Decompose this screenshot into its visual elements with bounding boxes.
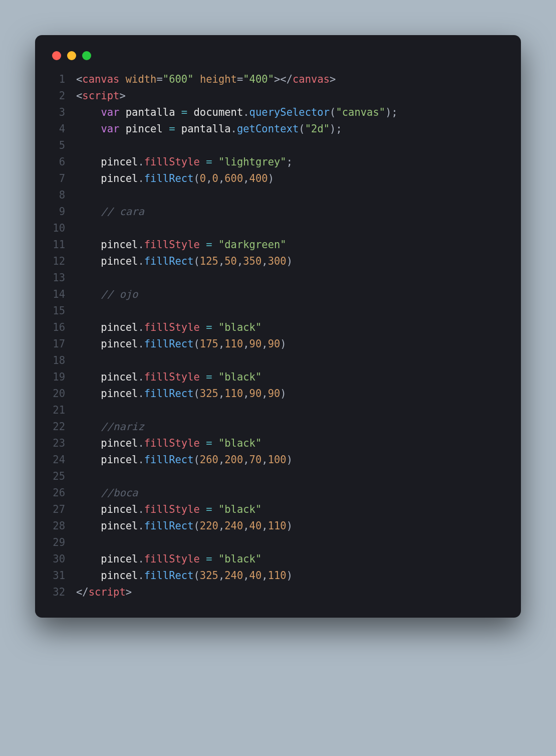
- code-line: 23 pincel.fillStyle = "black": [50, 435, 506, 452]
- line-content: pincel.fillRect(0,0,600,400): [76, 170, 274, 187]
- code-line: 5: [50, 137, 506, 154]
- code-line: 20 pincel.fillRect(325,110,90,90): [50, 386, 506, 402]
- code-line: 18: [50, 352, 506, 369]
- code-line: 26 //boca: [50, 485, 506, 501]
- line-number: 5: [50, 137, 76, 154]
- code-line: 25: [50, 468, 506, 485]
- line-content: [76, 270, 82, 286]
- code-line: 16 pincel.fillStyle = "black": [50, 319, 506, 336]
- code-line: 32</script>: [50, 584, 506, 601]
- code-line: 13: [50, 270, 506, 286]
- line-number: 21: [50, 402, 76, 419]
- line-number: 2: [50, 88, 76, 104]
- line-number: 26: [50, 485, 76, 501]
- line-number: 8: [50, 187, 76, 204]
- code-line: 14 // ojo: [50, 286, 506, 303]
- line-content: var pincel = pantalla.getContext("2d");: [76, 121, 342, 137]
- code-line: 10: [50, 220, 506, 237]
- code-line: 3 var pantalla = document.querySelector(…: [50, 104, 506, 121]
- line-content: pincel.fillStyle = "black": [76, 435, 261, 452]
- line-number: 23: [50, 435, 76, 452]
- line-content: pincel.fillRect(220,240,40,110): [76, 518, 293, 534]
- line-number: 30: [50, 551, 76, 568]
- line-number: 27: [50, 501, 76, 518]
- code-line: 21: [50, 402, 506, 419]
- window-close-icon[interactable]: [52, 51, 61, 60]
- line-content: [76, 468, 82, 485]
- line-content: pincel.fillRect(325,240,40,110): [76, 568, 293, 584]
- window-minimize-icon[interactable]: [67, 51, 76, 60]
- code-line: 28 pincel.fillRect(220,240,40,110): [50, 518, 506, 534]
- line-number: 10: [50, 220, 76, 237]
- line-content: var pantalla = document.querySelector("c…: [76, 104, 398, 121]
- line-content: </script>: [76, 584, 132, 601]
- line-content: [76, 187, 82, 204]
- code-line: 6 pincel.fillStyle = "lightgrey";: [50, 154, 506, 170]
- line-number: 24: [50, 452, 76, 468]
- line-content: pincel.fillStyle = "darkgreen": [76, 237, 287, 253]
- code-line: 15: [50, 303, 506, 319]
- code-line: 27 pincel.fillStyle = "black": [50, 501, 506, 518]
- line-number: 31: [50, 568, 76, 584]
- line-number: 28: [50, 518, 76, 534]
- line-content: [76, 402, 82, 419]
- code-line: 24 pincel.fillRect(260,200,70,100): [50, 452, 506, 468]
- code-line: 19 pincel.fillStyle = "black": [50, 369, 506, 386]
- line-content: pincel.fillRect(125,50,350,300): [76, 253, 293, 270]
- code-line: 31 pincel.fillRect(325,240,40,110): [50, 568, 506, 584]
- window-zoom-icon[interactable]: [82, 51, 91, 60]
- code-line: 8: [50, 187, 506, 204]
- line-content: pincel.fillStyle = "black": [76, 501, 261, 518]
- window-controls: [50, 47, 506, 71]
- line-content: [76, 303, 82, 319]
- line-number: 17: [50, 336, 76, 352]
- line-content: pincel.fillStyle = "black": [76, 551, 261, 568]
- code-line: 30 pincel.fillStyle = "black": [50, 551, 506, 568]
- code-line: 2<script>: [50, 88, 506, 104]
- line-content: [76, 220, 82, 237]
- line-number: 19: [50, 369, 76, 386]
- line-content: <canvas width="600" height="400"></canva…: [76, 71, 336, 88]
- code-line: 9 // cara: [50, 204, 506, 220]
- line-number: 4: [50, 121, 76, 137]
- line-number: 1: [50, 71, 76, 88]
- line-number: 9: [50, 204, 76, 220]
- line-number: 7: [50, 170, 76, 187]
- line-content: [76, 137, 82, 154]
- line-content: pincel.fillRect(325,110,90,90): [76, 386, 287, 402]
- line-number: 25: [50, 468, 76, 485]
- line-content: pincel.fillStyle = "black": [76, 319, 261, 336]
- line-number: 14: [50, 286, 76, 303]
- code-line: 12 pincel.fillRect(125,50,350,300): [50, 253, 506, 270]
- line-content: [76, 534, 82, 551]
- line-content: pincel.fillRect(260,200,70,100): [76, 452, 293, 468]
- line-content: //nariz: [76, 419, 144, 435]
- line-number: 18: [50, 352, 76, 369]
- code-line: 29: [50, 534, 506, 551]
- line-content: pincel.fillStyle = "lightgrey";: [76, 154, 293, 170]
- line-content: <script>: [76, 88, 126, 104]
- code-block[interactable]: 1<canvas width="600" height="400"></canv…: [50, 71, 506, 601]
- code-line: 1<canvas width="600" height="400"></canv…: [50, 71, 506, 88]
- code-window: 1<canvas width="600" height="400"></canv…: [35, 35, 521, 618]
- line-number: 6: [50, 154, 76, 170]
- line-number: 3: [50, 104, 76, 121]
- code-line: 11 pincel.fillStyle = "darkgreen": [50, 237, 506, 253]
- line-content: //boca: [76, 485, 138, 501]
- code-line: 4 var pincel = pantalla.getContext("2d")…: [50, 121, 506, 137]
- line-number: 22: [50, 419, 76, 435]
- line-number: 20: [50, 386, 76, 402]
- line-number: 16: [50, 319, 76, 336]
- line-content: pincel.fillStyle = "black": [76, 369, 261, 386]
- line-number: 12: [50, 253, 76, 270]
- line-content: // cara: [76, 204, 144, 220]
- line-content: pincel.fillRect(175,110,90,90): [76, 336, 287, 352]
- code-line: 17 pincel.fillRect(175,110,90,90): [50, 336, 506, 352]
- code-line: 7 pincel.fillRect(0,0,600,400): [50, 170, 506, 187]
- line-number: 15: [50, 303, 76, 319]
- line-number: 11: [50, 237, 76, 253]
- line-content: [76, 352, 82, 369]
- line-content: // ojo: [76, 286, 138, 303]
- line-number: 32: [50, 584, 76, 601]
- code-line: 22 //nariz: [50, 419, 506, 435]
